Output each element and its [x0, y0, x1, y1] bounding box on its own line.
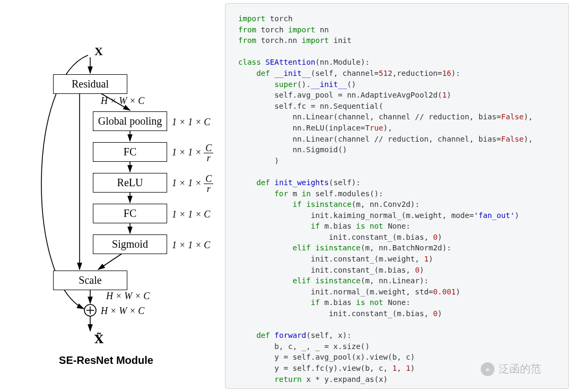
code-block: import torch from torch import nn from t… — [225, 3, 569, 389]
node-global-pool: Global pooling — [93, 111, 167, 131]
diagram-panel: X Residual H × W × C Global pooling 1 × … — [0, 0, 223, 392]
diagram-caption: SE-ResNet Module — [27, 354, 186, 367]
dim-global-pool: 1 × 1 × C — [172, 117, 210, 128]
se-resnet-diagram: X Residual H × W × C Global pooling 1 × … — [21, 48, 212, 377]
dim-fc1: 1 × 1 × Cr — [172, 143, 213, 163]
node-scale: Scale — [53, 271, 127, 290]
output-x-tilde: X̃ — [94, 332, 103, 346]
code-panel: import torch from torch import nn from t… — [223, 0, 573, 392]
node-sigmoid: Sigmoid — [93, 234, 167, 254]
node-relu: ReLU — [93, 173, 167, 193]
dim-scale: H × W × C — [106, 291, 150, 302]
dim-plus: H × W × C — [101, 306, 144, 317]
svg-line-6 — [98, 254, 122, 269]
dim-sigmoid: 1 × 1 × C — [172, 240, 210, 251]
dim-residual: H × W × C — [101, 95, 144, 107]
dim-relu: 1 × 1 × Cr — [172, 174, 213, 194]
node-residual: Residual — [53, 74, 127, 94]
node-fc2: FC — [93, 204, 167, 223]
node-fc1: FC — [93, 142, 167, 162]
dim-fc2: 1 × 1 × C — [172, 209, 210, 220]
input-x: X — [94, 45, 103, 58]
